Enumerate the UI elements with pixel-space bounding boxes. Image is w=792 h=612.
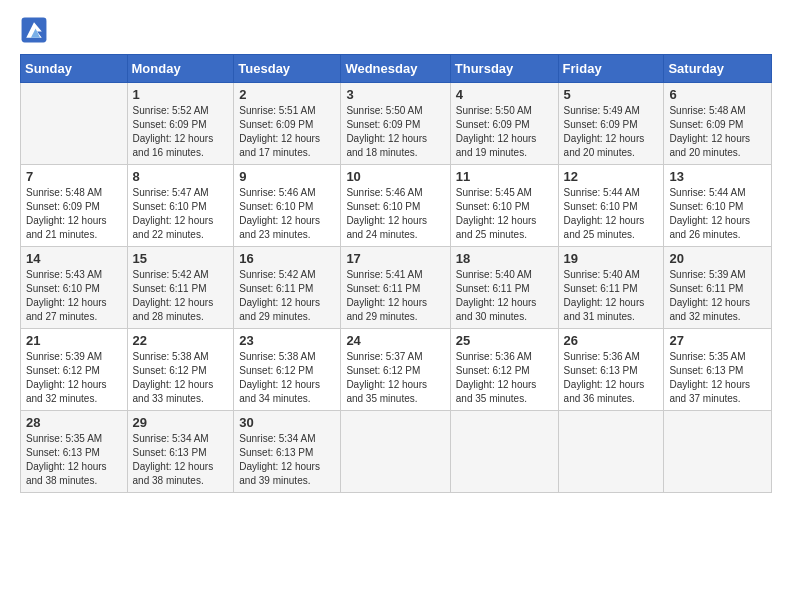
day-number: 4: [456, 87, 553, 102]
calendar-cell: 5Sunrise: 5:49 AMSunset: 6:09 PMDaylight…: [558, 83, 664, 165]
calendar-cell: 7Sunrise: 5:48 AMSunset: 6:09 PMDaylight…: [21, 165, 128, 247]
day-info: Sunrise: 5:48 AMSunset: 6:09 PMDaylight:…: [669, 104, 766, 160]
day-number: 18: [456, 251, 553, 266]
day-number: 28: [26, 415, 122, 430]
calendar-cell: [450, 411, 558, 493]
day-info: Sunrise: 5:49 AMSunset: 6:09 PMDaylight:…: [564, 104, 659, 160]
day-number: 12: [564, 169, 659, 184]
day-number: 22: [133, 333, 229, 348]
calendar-cell: 6Sunrise: 5:48 AMSunset: 6:09 PMDaylight…: [664, 83, 772, 165]
logo: [20, 16, 52, 44]
calendar-day-header: Monday: [127, 55, 234, 83]
calendar-cell: 25Sunrise: 5:36 AMSunset: 6:12 PMDayligh…: [450, 329, 558, 411]
day-number: 10: [346, 169, 444, 184]
day-number: 25: [456, 333, 553, 348]
day-number: 3: [346, 87, 444, 102]
day-number: 19: [564, 251, 659, 266]
calendar-cell: 13Sunrise: 5:44 AMSunset: 6:10 PMDayligh…: [664, 165, 772, 247]
calendar-cell: 10Sunrise: 5:46 AMSunset: 6:10 PMDayligh…: [341, 165, 450, 247]
calendar-cell: 26Sunrise: 5:36 AMSunset: 6:13 PMDayligh…: [558, 329, 664, 411]
calendar-week-row: 1Sunrise: 5:52 AMSunset: 6:09 PMDaylight…: [21, 83, 772, 165]
day-number: 27: [669, 333, 766, 348]
calendar-day-header: Sunday: [21, 55, 128, 83]
day-info: Sunrise: 5:48 AMSunset: 6:09 PMDaylight:…: [26, 186, 122, 242]
day-info: Sunrise: 5:42 AMSunset: 6:11 PMDaylight:…: [239, 268, 335, 324]
day-info: Sunrise: 5:40 AMSunset: 6:11 PMDaylight:…: [564, 268, 659, 324]
day-number: 30: [239, 415, 335, 430]
calendar-day-header: Tuesday: [234, 55, 341, 83]
day-number: 16: [239, 251, 335, 266]
day-info: Sunrise: 5:35 AMSunset: 6:13 PMDaylight:…: [26, 432, 122, 488]
calendar-week-row: 14Sunrise: 5:43 AMSunset: 6:10 PMDayligh…: [21, 247, 772, 329]
day-info: Sunrise: 5:40 AMSunset: 6:11 PMDaylight:…: [456, 268, 553, 324]
calendar-day-header: Thursday: [450, 55, 558, 83]
day-number: 20: [669, 251, 766, 266]
calendar-cell: 12Sunrise: 5:44 AMSunset: 6:10 PMDayligh…: [558, 165, 664, 247]
day-info: Sunrise: 5:36 AMSunset: 6:12 PMDaylight:…: [456, 350, 553, 406]
day-number: 1: [133, 87, 229, 102]
calendar-cell: 4Sunrise: 5:50 AMSunset: 6:09 PMDaylight…: [450, 83, 558, 165]
calendar-cell: [21, 83, 128, 165]
calendar-cell: 9Sunrise: 5:46 AMSunset: 6:10 PMDaylight…: [234, 165, 341, 247]
day-info: Sunrise: 5:34 AMSunset: 6:13 PMDaylight:…: [239, 432, 335, 488]
calendar-table: SundayMondayTuesdayWednesdayThursdayFrid…: [20, 54, 772, 493]
day-info: Sunrise: 5:39 AMSunset: 6:11 PMDaylight:…: [669, 268, 766, 324]
day-number: 6: [669, 87, 766, 102]
page-header: [20, 16, 772, 44]
calendar-cell: 15Sunrise: 5:42 AMSunset: 6:11 PMDayligh…: [127, 247, 234, 329]
calendar-cell: 29Sunrise: 5:34 AMSunset: 6:13 PMDayligh…: [127, 411, 234, 493]
day-info: Sunrise: 5:46 AMSunset: 6:10 PMDaylight:…: [346, 186, 444, 242]
day-info: Sunrise: 5:38 AMSunset: 6:12 PMDaylight:…: [133, 350, 229, 406]
day-number: 8: [133, 169, 229, 184]
day-number: 23: [239, 333, 335, 348]
day-info: Sunrise: 5:36 AMSunset: 6:13 PMDaylight:…: [564, 350, 659, 406]
day-info: Sunrise: 5:37 AMSunset: 6:12 PMDaylight:…: [346, 350, 444, 406]
calendar-day-header: Friday: [558, 55, 664, 83]
calendar-cell: 11Sunrise: 5:45 AMSunset: 6:10 PMDayligh…: [450, 165, 558, 247]
calendar-cell: 3Sunrise: 5:50 AMSunset: 6:09 PMDaylight…: [341, 83, 450, 165]
day-info: Sunrise: 5:44 AMSunset: 6:10 PMDaylight:…: [669, 186, 766, 242]
day-info: Sunrise: 5:50 AMSunset: 6:09 PMDaylight:…: [456, 104, 553, 160]
day-info: Sunrise: 5:35 AMSunset: 6:13 PMDaylight:…: [669, 350, 766, 406]
calendar-cell: 23Sunrise: 5:38 AMSunset: 6:12 PMDayligh…: [234, 329, 341, 411]
day-info: Sunrise: 5:47 AMSunset: 6:10 PMDaylight:…: [133, 186, 229, 242]
day-number: 17: [346, 251, 444, 266]
calendar-week-row: 7Sunrise: 5:48 AMSunset: 6:09 PMDaylight…: [21, 165, 772, 247]
day-number: 14: [26, 251, 122, 266]
calendar-cell: [558, 411, 664, 493]
day-number: 26: [564, 333, 659, 348]
logo-icon: [20, 16, 48, 44]
calendar-cell: [341, 411, 450, 493]
day-number: 2: [239, 87, 335, 102]
day-info: Sunrise: 5:50 AMSunset: 6:09 PMDaylight:…: [346, 104, 444, 160]
calendar-cell: 18Sunrise: 5:40 AMSunset: 6:11 PMDayligh…: [450, 247, 558, 329]
calendar-week-row: 21Sunrise: 5:39 AMSunset: 6:12 PMDayligh…: [21, 329, 772, 411]
calendar-cell: 24Sunrise: 5:37 AMSunset: 6:12 PMDayligh…: [341, 329, 450, 411]
day-info: Sunrise: 5:51 AMSunset: 6:09 PMDaylight:…: [239, 104, 335, 160]
day-number: 29: [133, 415, 229, 430]
day-info: Sunrise: 5:44 AMSunset: 6:10 PMDaylight:…: [564, 186, 659, 242]
day-info: Sunrise: 5:34 AMSunset: 6:13 PMDaylight:…: [133, 432, 229, 488]
day-number: 21: [26, 333, 122, 348]
day-info: Sunrise: 5:43 AMSunset: 6:10 PMDaylight:…: [26, 268, 122, 324]
calendar-cell: 17Sunrise: 5:41 AMSunset: 6:11 PMDayligh…: [341, 247, 450, 329]
day-number: 9: [239, 169, 335, 184]
day-info: Sunrise: 5:39 AMSunset: 6:12 PMDaylight:…: [26, 350, 122, 406]
day-info: Sunrise: 5:52 AMSunset: 6:09 PMDaylight:…: [133, 104, 229, 160]
day-number: 5: [564, 87, 659, 102]
calendar-cell: 22Sunrise: 5:38 AMSunset: 6:12 PMDayligh…: [127, 329, 234, 411]
calendar-cell: 27Sunrise: 5:35 AMSunset: 6:13 PMDayligh…: [664, 329, 772, 411]
day-info: Sunrise: 5:46 AMSunset: 6:10 PMDaylight:…: [239, 186, 335, 242]
day-info: Sunrise: 5:42 AMSunset: 6:11 PMDaylight:…: [133, 268, 229, 324]
day-info: Sunrise: 5:41 AMSunset: 6:11 PMDaylight:…: [346, 268, 444, 324]
calendar-cell: 2Sunrise: 5:51 AMSunset: 6:09 PMDaylight…: [234, 83, 341, 165]
day-info: Sunrise: 5:45 AMSunset: 6:10 PMDaylight:…: [456, 186, 553, 242]
day-number: 13: [669, 169, 766, 184]
calendar-cell: 21Sunrise: 5:39 AMSunset: 6:12 PMDayligh…: [21, 329, 128, 411]
calendar-cell: 30Sunrise: 5:34 AMSunset: 6:13 PMDayligh…: [234, 411, 341, 493]
calendar-cell: 8Sunrise: 5:47 AMSunset: 6:10 PMDaylight…: [127, 165, 234, 247]
calendar-header-row: SundayMondayTuesdayWednesdayThursdayFrid…: [21, 55, 772, 83]
calendar-day-header: Saturday: [664, 55, 772, 83]
day-number: 11: [456, 169, 553, 184]
calendar-day-header: Wednesday: [341, 55, 450, 83]
